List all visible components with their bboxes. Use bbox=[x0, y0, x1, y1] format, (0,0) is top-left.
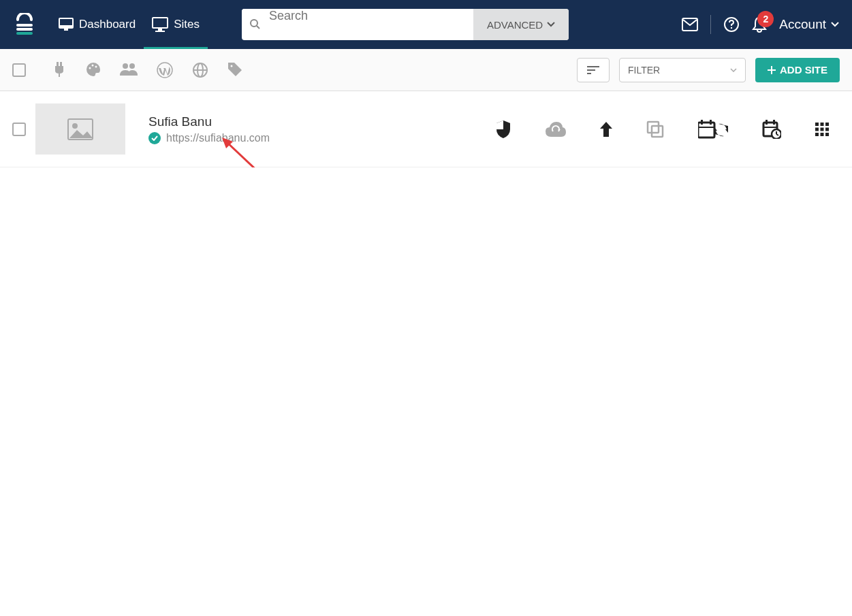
svg-point-21 bbox=[129, 63, 135, 69]
svg-line-56 bbox=[225, 140, 286, 167]
svg-rect-1 bbox=[16, 28, 33, 31]
nav-dashboard-label: Dashboard bbox=[79, 18, 136, 31]
svg-rect-42 bbox=[773, 120, 775, 125]
users-icon[interactable] bbox=[120, 62, 138, 78]
chevron-down-icon bbox=[547, 22, 555, 27]
copy-icon[interactable] bbox=[646, 120, 664, 138]
svg-point-18 bbox=[92, 64, 94, 66]
upload-icon[interactable] bbox=[600, 122, 612, 137]
svg-rect-53 bbox=[815, 133, 819, 136]
svg-point-33 bbox=[73, 124, 77, 128]
sync-schedule-icon[interactable] bbox=[698, 120, 728, 139]
site-info: Sufia Banu https://sufiabanu.com bbox=[148, 114, 486, 144]
svg-line-10 bbox=[257, 26, 259, 29]
add-site-button[interactable]: ADD SITE bbox=[755, 58, 840, 82]
wordpress-icon[interactable] bbox=[157, 62, 173, 78]
site-checkbox[interactable] bbox=[12, 123, 26, 136]
chevron-down-icon bbox=[830, 21, 840, 28]
plus-icon bbox=[768, 66, 776, 74]
site-title[interactable]: Sufia Banu bbox=[148, 114, 486, 129]
notification-badge: 2 bbox=[757, 11, 774, 27]
filter-label: FILTER bbox=[628, 65, 660, 76]
logo bbox=[12, 12, 37, 37]
svg-rect-51 bbox=[821, 127, 824, 131]
svg-rect-38 bbox=[710, 120, 712, 125]
svg-rect-48 bbox=[821, 123, 824, 126]
svg-rect-35 bbox=[652, 126, 663, 137]
svg-point-20 bbox=[123, 63, 128, 69]
svg-rect-47 bbox=[815, 123, 819, 126]
svg-point-17 bbox=[89, 67, 91, 69]
svg-rect-37 bbox=[701, 120, 703, 125]
toolbar: FILTER ADD SITE bbox=[0, 49, 852, 91]
svg-rect-49 bbox=[825, 123, 829, 126]
chevron-down-icon bbox=[730, 68, 737, 72]
svg-rect-16 bbox=[59, 73, 60, 77]
svg-point-9 bbox=[251, 20, 257, 27]
svg-point-19 bbox=[95, 65, 97, 67]
mail-icon[interactable] bbox=[682, 18, 698, 31]
palette-icon[interactable] bbox=[86, 62, 101, 78]
tag-icon[interactable] bbox=[227, 62, 242, 78]
toolbar-icons bbox=[52, 62, 242, 78]
svg-rect-5 bbox=[64, 29, 68, 31]
filter-select[interactable]: FILTER bbox=[619, 58, 746, 82]
search-icon bbox=[250, 19, 261, 30]
cloud-backup-icon[interactable] bbox=[546, 122, 566, 137]
svg-rect-2 bbox=[16, 32, 33, 35]
globe-icon[interactable] bbox=[192, 62, 208, 78]
svg-rect-34 bbox=[648, 122, 659, 133]
verified-icon bbox=[148, 132, 161, 144]
schedule-icon[interactable] bbox=[762, 120, 781, 139]
svg-rect-4 bbox=[59, 25, 73, 28]
svg-rect-14 bbox=[57, 62, 59, 66]
svg-rect-55 bbox=[825, 133, 829, 136]
main-header: Dashboard Sites ADVANCED 2 A bbox=[0, 0, 852, 49]
svg-rect-54 bbox=[821, 133, 824, 136]
shield-icon[interactable] bbox=[495, 120, 511, 139]
svg-rect-0 bbox=[16, 24, 33, 27]
nav-sites-label: Sites bbox=[174, 18, 200, 31]
site-row: Sufia Banu https://sufiabanu.com bbox=[0, 91, 852, 167]
notifications-icon[interactable]: 2 bbox=[752, 16, 767, 33]
search-input[interactable] bbox=[242, 9, 473, 23]
account-menu[interactable]: Account bbox=[779, 17, 840, 32]
divider bbox=[710, 15, 711, 34]
nav-sites[interactable]: Sites bbox=[144, 0, 208, 49]
advanced-search-button[interactable]: ADVANCED bbox=[473, 9, 569, 40]
add-site-label: ADD SITE bbox=[780, 64, 827, 76]
svg-rect-6 bbox=[153, 18, 168, 28]
apps-grid-icon[interactable] bbox=[815, 123, 829, 136]
svg-point-26 bbox=[231, 65, 233, 67]
sort-button[interactable] bbox=[577, 58, 610, 82]
nav-dashboard[interactable]: Dashboard bbox=[50, 0, 144, 49]
header-right: 2 Account bbox=[682, 15, 840, 34]
svg-rect-36 bbox=[698, 123, 714, 137]
svg-rect-8 bbox=[155, 31, 165, 32]
svg-rect-41 bbox=[766, 120, 768, 125]
select-all-checkbox[interactable] bbox=[12, 63, 26, 77]
svg-rect-52 bbox=[825, 127, 829, 131]
account-label: Account bbox=[779, 17, 826, 32]
advanced-label: ADVANCED bbox=[487, 19, 543, 31]
annotation-arrow bbox=[218, 133, 300, 167]
search-container: ADVANCED bbox=[242, 9, 569, 40]
site-thumbnail[interactable] bbox=[35, 103, 125, 155]
svg-point-13 bbox=[731, 27, 732, 29]
svg-rect-50 bbox=[815, 127, 819, 131]
site-actions bbox=[495, 120, 829, 139]
plugin-icon[interactable] bbox=[52, 62, 67, 78]
svg-rect-15 bbox=[60, 62, 62, 66]
help-icon[interactable] bbox=[723, 16, 740, 33]
